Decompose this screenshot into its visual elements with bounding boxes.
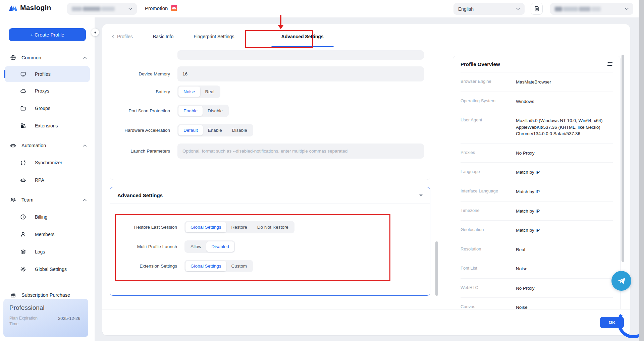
extension-option-global-settings[interactable]: Global Settings	[185, 261, 226, 271]
row-restore-last-session: Restore Last Session Global Settings Res…	[117, 221, 294, 233]
section-label: Automation	[21, 143, 83, 148]
sidebar-collapse-button[interactable]	[91, 29, 99, 36]
sidebar-item-label: Subscription Purchase	[21, 292, 87, 298]
restore-option-do-not-restore[interactable]: Do Not Restore	[252, 222, 293, 232]
create-profile-button[interactable]: + Create Profile	[9, 28, 86, 41]
sidebar-item-proxys[interactable]: Proxys	[0, 82, 95, 100]
multi-profile-option-allow[interactable]: Allow	[185, 241, 206, 252]
profile-overview-panel: Profile Overview Browser Engine MasMateB…	[453, 56, 621, 309]
team-icon	[10, 197, 16, 203]
hw-accel-option-enable[interactable]: Enable	[203, 125, 227, 135]
overview-key: User Agent	[461, 117, 516, 137]
grid-icon	[20, 123, 26, 129]
sidebar-item-logs[interactable]: Logs	[0, 243, 95, 261]
sidebar-section-team[interactable]: Team	[0, 191, 95, 208]
overview-value: Match by IP	[516, 188, 613, 195]
docs-button[interactable]	[531, 3, 543, 15]
sidebar-item-synchronizer[interactable]: Synchronizer	[0, 154, 95, 171]
sync-icon	[20, 160, 26, 166]
overview-value: Match by IP	[516, 169, 613, 176]
advanced-settings-header[interactable]: Advanced Settings	[110, 187, 430, 204]
sidebar-section-common[interactable]: Common	[0, 49, 95, 66]
sidebar: + Create Profile Common Profiles Proxys …	[0, 17, 95, 341]
restore-option-global-settings[interactable]: Global Settings	[185, 222, 226, 232]
brand-name: Maslogin	[20, 4, 51, 12]
panel-scrollbar-thumb[interactable]	[622, 55, 624, 262]
sidebar-item-label: Members	[35, 232, 54, 237]
tab-basic-info[interactable]: Basic Info	[153, 34, 173, 39]
user-name-redacted	[555, 7, 601, 11]
form-row-port-scan: Port Scan Protection Enable Disable	[110, 105, 430, 117]
launch-parameters-input[interactable]	[177, 144, 424, 159]
overview-row: Geolocation Match by IP	[461, 221, 613, 240]
overview-key: WebRTC	[461, 285, 516, 292]
sidebar-item-groups[interactable]: Groups	[0, 100, 95, 117]
window-scrollbar[interactable]	[639, 0, 644, 341]
sidebar-item-profiles[interactable]: Profiles	[5, 66, 90, 82]
overview-row: Canvas Noise	[461, 298, 613, 309]
overview-key: Interface Language	[461, 188, 516, 195]
hw-accel-option-default[interactable]: Default	[178, 125, 203, 135]
overview-key: Timezone	[461, 208, 516, 215]
overview-filter-icon[interactable]	[607, 62, 613, 66]
overview-value: No Proxy	[516, 285, 613, 292]
port-scan-option-disable[interactable]: Disable	[203, 106, 228, 116]
team-selector[interactable]	[67, 3, 137, 15]
sidebar-item-members[interactable]: Members	[0, 226, 95, 243]
sidebar-item-label: Global Settings	[35, 267, 67, 272]
device-memory-input[interactable]	[177, 66, 424, 81]
language-selector[interactable]: English	[453, 3, 525, 15]
advanced-settings-title: Advanced Settings	[117, 192, 163, 198]
overview-value: No Proxy	[516, 150, 613, 157]
collapse-caret-icon[interactable]	[419, 194, 423, 196]
promotion-link[interactable]: Promotion	[145, 5, 177, 11]
clipped-input[interactable]	[177, 50, 424, 60]
restore-session-segment: Global Settings Restore Do Not Restore	[184, 221, 294, 233]
overview-key: Operating System	[461, 98, 516, 105]
hw-accel-option-disable[interactable]: Disable	[227, 125, 252, 135]
row-multi-profile-launch: Multi-Profile Launch Allow Disabled	[117, 240, 235, 253]
overview-key: Resolution	[461, 246, 516, 253]
language-selected: English	[458, 6, 474, 12]
overview-row: Proxies No Proxy	[461, 144, 613, 163]
chevron-down-icon	[516, 8, 520, 10]
robot-icon	[20, 177, 26, 183]
ok-button[interactable]: OK	[600, 317, 624, 328]
overview-row: Operating System Windows	[461, 92, 613, 111]
plan-name: Professional	[9, 304, 82, 311]
sidebar-item-global-settings[interactable]: Global Settings	[0, 261, 95, 278]
port-scan-option-enable[interactable]: Enable	[178, 106, 203, 116]
battery-option-noise[interactable]: Noise	[178, 87, 200, 97]
telegram-button[interactable]	[611, 271, 631, 291]
form-row-launch-parameters: Launch Parameters	[110, 144, 430, 159]
overview-key: Geolocation	[461, 227, 516, 234]
sidebar-item-label: Billing	[35, 214, 47, 220]
profile-overview-title: Profile Overview	[461, 61, 500, 67]
chevron-up-icon	[83, 57, 87, 59]
back-to-profiles[interactable]: Profiles	[112, 34, 133, 39]
multi-profile-option-disabled[interactable]: Disabled	[206, 241, 234, 252]
sidebar-item-label: Groups	[35, 106, 50, 111]
main-panel: Profiles Basic Info Fingerprint Settings…	[102, 24, 630, 335]
settings-scroll-area: Device Memory Battery Noise Real Port Sc…	[102, 49, 630, 309]
chevron-down-icon	[128, 8, 132, 10]
promotion-envelope-icon	[171, 5, 177, 11]
overview-key: Language	[461, 169, 516, 176]
sidebar-item-label: Logs	[35, 249, 45, 254]
sidebar-item-billing[interactable]: Billing	[0, 208, 95, 226]
sidebar-item-rpa[interactable]: RPA	[0, 171, 95, 189]
gift-icon	[10, 292, 16, 298]
extension-option-custom[interactable]: Custom	[226, 261, 252, 271]
overview-row: WebRTC No Proxy	[461, 279, 613, 298]
form-scrollbar-thumb[interactable]	[435, 241, 438, 296]
sidebar-item-extensions[interactable]: Extensions	[0, 117, 95, 134]
robot-icon	[10, 143, 16, 149]
advanced-settings-card: Advanced Settings Restore Last Session G…	[110, 187, 430, 296]
tab-fingerprint-settings[interactable]: Fingerprint Settings	[194, 34, 234, 39]
user-account-selector[interactable]	[550, 3, 633, 15]
overview-key: Canvas	[461, 304, 516, 309]
battery-option-real[interactable]: Real	[200, 87, 220, 97]
restore-option-restore[interactable]: Restore	[226, 222, 252, 232]
sidebar-section-automation[interactable]: Automation	[0, 137, 95, 154]
overview-key: Browser Engine	[461, 79, 516, 86]
